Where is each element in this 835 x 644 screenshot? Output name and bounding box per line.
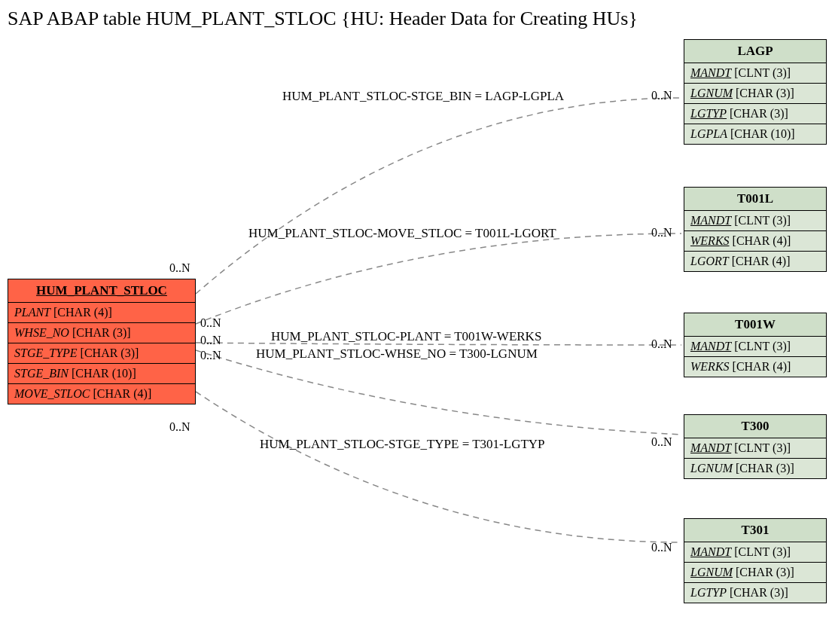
entity-hum-plant-stloc: HUM_PLANT_STLOC PLANT [CHAR (4)] WHSE_NO… — [8, 279, 196, 404]
entity-header: LAGP — [684, 40, 826, 63]
field-row: LGTYP [CHAR (3)] — [684, 582, 826, 603]
cardinality-label: 0..N — [651, 541, 672, 554]
entity-t001w: T001W MANDT [CLNT (3)] WERKS [CHAR (4)] — [684, 313, 827, 377]
field-row: WERKS [CHAR (4)] — [684, 230, 826, 251]
relation-label: HUM_PLANT_STLOC-WHSE_NO = T300-LGNUM — [256, 346, 538, 362]
entity-header: T301 — [684, 519, 826, 542]
cardinality-label: 0..N — [169, 420, 190, 434]
field-row: MANDT [CLNT (3)] — [684, 63, 826, 83]
cardinality-label: 0..N — [651, 435, 672, 449]
field-row: STGE_BIN [CHAR (10)] — [8, 363, 195, 383]
field-row: MANDT [CLNT (3)] — [684, 210, 826, 230]
entity-header: T001W — [684, 313, 826, 336]
cardinality-label: 0..N — [200, 334, 221, 347]
entity-header: T300 — [684, 415, 826, 438]
field-row: LGNUM [CHAR (3)] — [684, 562, 826, 582]
field-row: MANDT [CLNT (3)] — [684, 438, 826, 458]
relation-label: HUM_PLANT_STLOC-MOVE_STLOC = T001L-LGORT — [248, 226, 556, 241]
entity-t300: T300 MANDT [CLNT (3)] LGNUM [CHAR (3)] — [684, 414, 827, 479]
cardinality-label: 0..N — [651, 226, 672, 240]
field-row: WERKS [CHAR (4)] — [684, 356, 826, 377]
field-row: WHSE_NO [CHAR (3)] — [8, 322, 195, 343]
field-row: LGNUM [CHAR (3)] — [684, 458, 826, 478]
field-row: LGPLA [CHAR (10)] — [684, 124, 826, 144]
entity-header: HUM_PLANT_STLOC — [8, 279, 195, 302]
field-row: LGORT [CHAR (4)] — [684, 251, 826, 271]
cardinality-label: 0..N — [169, 261, 190, 275]
entity-header: T001L — [684, 188, 826, 210]
field-row: LGTYP [CHAR (3)] — [684, 103, 826, 124]
field-row: PLANT [CHAR (4)] — [8, 302, 195, 322]
entity-t001l: T001L MANDT [CLNT (3)] WERKS [CHAR (4)] … — [684, 187, 827, 272]
field-row: STGE_TYPE [CHAR (3)] — [8, 343, 195, 363]
cardinality-label: 0..N — [651, 337, 672, 351]
field-row: MOVE_STLOC [CHAR (4)] — [8, 383, 195, 404]
cardinality-label: 0..N — [651, 89, 672, 102]
cardinality-label: 0..N — [200, 349, 221, 362]
entity-lagp: LAGP MANDT [CLNT (3)] LGNUM [CHAR (3)] L… — [684, 39, 827, 145]
diagram-title: SAP ABAP table HUM_PLANT_STLOC {HU: Head… — [8, 8, 638, 30]
field-row: MANDT [CLNT (3)] — [684, 336, 826, 356]
field-row: MANDT [CLNT (3)] — [684, 542, 826, 562]
cardinality-label: 0..N — [200, 316, 221, 330]
relation-label: HUM_PLANT_STLOC-STGE_BIN = LAGP-LGPLA — [282, 89, 564, 104]
relation-label: HUM_PLANT_STLOC-PLANT = T001W-WERKS — [271, 329, 541, 344]
field-row: LGNUM [CHAR (3)] — [684, 83, 826, 103]
relation-label: HUM_PLANT_STLOC-STGE_TYPE = T301-LGTYP — [260, 437, 545, 452]
entity-t301: T301 MANDT [CLNT (3)] LGNUM [CHAR (3)] L… — [684, 518, 827, 603]
